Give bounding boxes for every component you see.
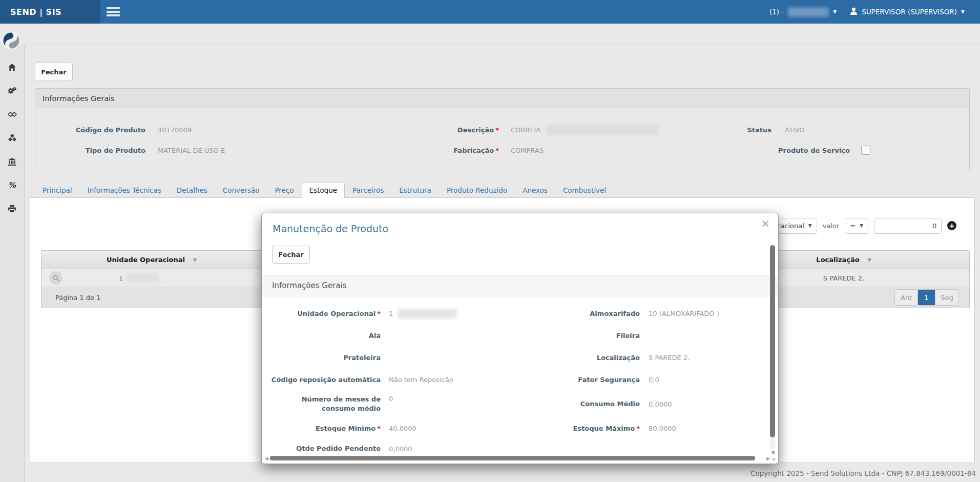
valor-label: valor xyxy=(823,222,840,230)
tab-preco[interactable]: Preço xyxy=(267,182,301,197)
cubes-icon[interactable] xyxy=(0,126,24,150)
modal-field-row: Prateleira Localização S PAREDE 2. xyxy=(262,347,768,369)
tab-parceiros[interactable]: Parceiros xyxy=(345,182,391,197)
modal-field-row: Estoque Minimo* 40,0000 Estoque Máximo* … xyxy=(262,417,768,439)
almoxarifado-value: 10 (ALMOXARIFADO ) xyxy=(640,310,768,317)
codigo-produto-label: Código do Produto xyxy=(35,126,145,134)
qtde-pedido-label: Qtde Pedido Pendente xyxy=(262,444,381,453)
resize-grip-icon[interactable]: ◢ xyxy=(772,456,775,461)
user-dropdown[interactable]: SUPERVISOR (SUPERVISOR) ▼ xyxy=(850,7,965,16)
tab-produto-reduzido[interactable]: Produto Reduzido xyxy=(439,182,515,197)
modal-field-row: Número de meses de consumo médio 0 Consu… xyxy=(262,391,768,417)
required-asterisk: * xyxy=(377,425,381,432)
handshake-icon[interactable] xyxy=(0,103,24,126)
field-row: Código do Produto 40170009 Descrição* CO… xyxy=(35,119,969,140)
user-icon xyxy=(850,7,858,16)
unit-prefix-label: (1) - xyxy=(769,8,784,16)
horizontal-scrollbar[interactable]: ◀ ▶ ◢ xyxy=(265,455,775,461)
home-icon[interactable] xyxy=(0,55,24,79)
estoque-minimo-value: 40,0000 xyxy=(381,425,548,432)
modal-fields: Unidade Operacional* 1 Almoxarifado 10 (… xyxy=(262,296,768,458)
tab-informacoes-tecnicas[interactable]: Informações Técnicas xyxy=(80,182,169,197)
tab-estoque[interactable]: Estoque xyxy=(302,182,345,198)
sort-caret-icon: ▼ xyxy=(868,257,871,263)
required-asterisk: * xyxy=(495,147,499,154)
add-filter-icon[interactable]: + xyxy=(947,221,956,230)
horizontal-scrollbar-thumb[interactable] xyxy=(270,456,755,460)
redacted-descricao-text xyxy=(547,125,658,135)
tab-combustivel[interactable]: Combustível xyxy=(555,182,614,197)
scroll-left-arrow-icon[interactable]: ◀ xyxy=(265,456,268,461)
prev-page-button[interactable]: Ant xyxy=(895,290,918,305)
tab-anexos[interactable]: Anexos xyxy=(515,182,555,197)
close-page-button[interactable]: Fechar xyxy=(35,63,73,81)
estoque-maximo-value: 80,0000 xyxy=(640,425,768,432)
tab-conversao[interactable]: Conversão xyxy=(215,182,267,197)
unidade-operacional-value: 1 xyxy=(381,309,548,318)
filter-bar: eracional ▼ valor = ▼ + xyxy=(768,217,956,234)
current-page-button[interactable]: 1 xyxy=(918,290,935,305)
redacted-cell-text xyxy=(127,273,159,283)
chevron-down-icon: ▼ xyxy=(961,10,965,14)
sidebar-nav: % xyxy=(0,45,25,482)
vertical-scrollbar[interactable] xyxy=(770,245,775,449)
chevron-down-icon: ▼ xyxy=(808,224,812,228)
fileira-label: Fileira xyxy=(548,331,640,340)
tab-estrutura[interactable]: Estrutura xyxy=(391,182,439,197)
chevron-down-icon: ▼ xyxy=(860,224,863,228)
codigo-reposicao-label: Código reposição automática xyxy=(262,375,381,385)
filter-operator-select[interactable]: = ▼ xyxy=(845,218,868,234)
ala-label: Ala xyxy=(262,331,381,340)
vertical-scrollbar-thumb[interactable] xyxy=(770,245,775,437)
redacted-unit-name xyxy=(788,7,829,17)
produto-servico-checkbox[interactable] xyxy=(861,146,870,155)
percent-icon[interactable]: % xyxy=(0,173,24,197)
filter-operator-value: = xyxy=(850,222,856,230)
modal-close-button[interactable]: Fechar xyxy=(272,246,310,264)
almoxarifado-label: Almoxarifado xyxy=(548,309,640,318)
fator-seguranca-value: 0,0 xyxy=(640,376,768,384)
column-header-localizacao[interactable]: Localização ▼ xyxy=(775,256,913,264)
modal-field-row: Código reposição automática Não tem Repo… xyxy=(262,369,768,391)
modal-field-row: Unidade Operacional* 1 Almoxarifado 10 (… xyxy=(262,303,768,325)
filter-value-input[interactable] xyxy=(874,218,942,234)
scroll-right-arrow-icon[interactable]: ▶ xyxy=(766,456,770,461)
required-asterisk: * xyxy=(495,126,499,134)
field-row: Tipo de Produto MATERIAL DE USO E Fabric… xyxy=(35,140,969,160)
unit-dropdown[interactable]: (1) - ▼ xyxy=(769,7,837,17)
pagination-info: Página 1 de 1 xyxy=(55,294,100,302)
fabricacao-value: COMPRAS xyxy=(511,147,680,154)
modal-title: Manutenção de Produto xyxy=(273,223,388,234)
sort-caret-icon: ▼ xyxy=(193,257,197,263)
app-brand[interactable]: SEND | SIS xyxy=(0,0,100,24)
meses-consumo-value: 0 xyxy=(381,391,548,403)
cogs-icon[interactable] xyxy=(0,79,24,103)
product-tabs: Principal Informações Técnicas Detalhes … xyxy=(30,182,614,197)
tipo-produto-label: Tipo de Produto xyxy=(35,147,145,154)
next-page-button[interactable]: Seg xyxy=(935,290,958,305)
descricao-label: Descrição* xyxy=(311,126,499,134)
estoque-maximo-label: Estoque Máximo* xyxy=(548,424,640,433)
panel-title: Informações Gerais xyxy=(35,89,969,108)
copyright-text: Copyright 2025 - Send Solutions Ltda - C… xyxy=(750,469,976,477)
close-icon[interactable]: × xyxy=(761,218,770,229)
user-name-label: SUPERVISOR (SUPERVISOR) xyxy=(862,8,957,16)
codigo-produto-value: 40170009 xyxy=(158,126,311,134)
bank-icon[interactable] xyxy=(0,150,24,173)
cell-unidade: 1 xyxy=(29,273,249,283)
hamburger-menu-icon[interactable] xyxy=(107,6,120,18)
column-header-unidade[interactable]: Unidade Operacional ▼ xyxy=(41,256,262,264)
fabricacao-label: Fabricação* xyxy=(311,147,499,154)
tab-principal[interactable]: Principal xyxy=(35,182,80,197)
print-icon[interactable] xyxy=(0,197,24,220)
consumo-medio-value: 0,0000 xyxy=(640,400,768,408)
cell-localizacao: S PAREDE 2. xyxy=(775,274,913,282)
required-asterisk: * xyxy=(377,310,381,317)
prateleira-label: Prateleira xyxy=(262,353,381,363)
estoque-minimo-label: Estoque Minimo* xyxy=(262,424,381,433)
tab-detalhes[interactable]: Detalhes xyxy=(169,182,215,197)
tipo-produto-value: MATERIAL DE USO E xyxy=(158,147,311,154)
produto-servico-label: Produto de Serviço xyxy=(680,147,850,154)
descricao-value: CORREIA xyxy=(511,125,680,135)
meses-consumo-label: Número de meses de consumo médio xyxy=(262,395,381,413)
